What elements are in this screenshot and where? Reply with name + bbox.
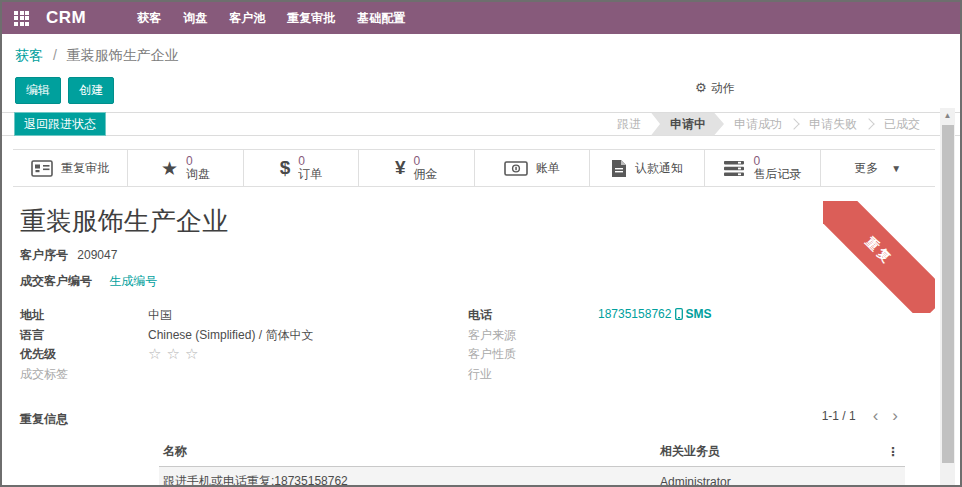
list-icon [723,160,745,177]
nav-menus: 获客 询盘 客户池 重复审批 基础配置 [126,2,416,34]
stat-button-label: 账单 [536,160,560,177]
field-column-right: 电话 18735158762 SMS 客户来源 [468,307,916,385]
stat-button-payment-notice[interactable]: 认款通知 [590,150,705,186]
field-group: 地址 中国 语言 Chinese (Simplified) / 简体中文 优先级… [20,307,935,385]
stage-applying[interactable]: 申请中 [651,113,724,136]
address-value: 中国 [148,307,172,324]
duplicate-info-section: 重复信息 1-1 / 1 ‹ › 名称 相关业务员 ⋮ [20,411,935,487]
stat-button-label: 订单 [298,168,322,181]
priority-stars[interactable]: ☆☆☆ [148,346,203,362]
field-deal-tags: 成交标签 [20,366,468,386]
stat-button-label: 更多 [854,160,878,177]
field-phone: 电话 18735158762 SMS [468,307,916,327]
duplicate-info-label: 重复信息 [20,412,68,426]
dollar-icon: $ [280,157,291,179]
stat-button-label: 认款通知 [635,160,683,177]
action-menu-button[interactable]: ⚙动作 [695,80,735,97]
pager: 1-1 / 1 ‹ › [822,409,905,423]
generate-number-link[interactable]: 生成编号 [109,274,157,288]
phone-link[interactable]: 18735158762 [598,307,671,321]
language-value: Chinese (Simplified) / 简体中文 [148,327,313,344]
stage-apply-success[interactable]: 申请成功 [724,113,792,136]
column-header-name[interactable]: 名称 [159,438,656,467]
sms-button[interactable]: SMS [675,307,711,321]
deal-customer-no-row: 成交客户编号 生成编号 [20,273,935,290]
field-priority: 优先级 ☆☆☆ [20,346,468,366]
cell-name[interactable]: 跟进手机或电话重复:18735158762 [159,467,656,487]
document-icon [611,159,627,178]
statusbar: 退回跟进状态 跟进 申请中 申请成功 申请失败 已成交 [2,112,960,136]
sheet-body: 重装服饰生产企业 客户序号 209047 成交客户编号 生成编号 地址 中国 语… [13,187,935,487]
stage-apply-failed[interactable]: 申请失败 [799,113,867,136]
field-industry: 行业 [468,366,916,386]
nav-item-customer-pool[interactable]: 客户池 [218,2,276,34]
stat-button-label: 重复审批 [61,160,109,177]
stage-closed[interactable]: 已成交 [874,113,930,136]
stat-button-label: 售后记录 [753,168,801,181]
apps-grid-icon[interactable] [14,11,29,26]
control-panel: 获客 / 重装服饰生产企业 编辑 创建 ⚙动作 [2,34,960,102]
edit-button[interactable]: 编辑 [15,77,61,104]
field-language: 语言 Chinese (Simplified) / 简体中文 [20,327,468,347]
app-title[interactable]: CRM [46,8,86,28]
stat-button-bills[interactable]: 账单 [475,150,590,186]
back-to-followup-button[interactable]: 退回跟进状态 [14,112,106,136]
column-header-salesperson[interactable]: 相关业务员 [656,438,883,467]
customer-serial-label: 客户序号 [20,248,68,262]
field-customer-nature: 客户性质 [468,346,916,366]
pager-range: 1-1 / 1 [822,409,856,423]
scrollbar-up-arrow-icon[interactable]: ▲ [940,108,955,123]
create-button[interactable]: 创建 [68,77,114,104]
nav-item-base-config[interactable]: 基础配置 [346,2,416,34]
scrollbar-thumb[interactable] [942,125,954,463]
stage-followup[interactable]: 跟进 [607,113,651,136]
pager-next-icon[interactable]: › [885,409,905,423]
breadcrumb-parent-link[interactable]: 获客 [15,47,43,63]
field-column-left: 地址 中国 语言 Chinese (Simplified) / 简体中文 优先级… [20,307,468,385]
gear-icon: ⚙ [695,80,707,95]
crm-window: CRM 获客 询盘 客户池 重复审批 基础配置 获客 / 重装服饰生产企业 编辑… [0,0,962,487]
star-icon: ★ [161,157,178,180]
duplicate-table: 名称 相关业务员 ⋮ 跟进手机或电话重复:18735158762 Adminis… [159,438,905,487]
nav-item-inquiries[interactable]: 询盘 [172,2,218,34]
form-sheet: 重复审批 ★ 0 询盘 $ 0 订单 ¥ 0 佣金 [13,149,935,487]
record-title: 重装服饰生产企业 [20,205,935,237]
field-customer-source: 客户来源 [468,327,916,347]
table-header-row: 名称 相关业务员 ⋮ [159,438,905,467]
deal-customer-no-label: 成交客户编号 [20,274,92,288]
breadcrumb-separator: / [53,47,57,63]
stat-button-aftersales[interactable]: 0 售后记录 [705,150,820,186]
mobile-phone-icon [675,308,683,320]
stat-button-commission[interactable]: ¥ 0 佣金 [359,150,474,186]
breadcrumb: 获客 / 重装服饰生产企业 [15,47,946,65]
pager-prev-icon[interactable]: ‹ [866,409,886,423]
stage-pipeline: 跟进 申请中 申请成功 申请失败 已成交 [607,113,960,136]
customer-serial-row: 客户序号 209047 [20,247,935,264]
customer-serial-value: 209047 [77,248,117,262]
nav-item-leads[interactable]: 获客 [126,2,172,34]
stat-button-more[interactable]: 更多 ▼ [821,150,935,186]
nav-item-duplicate-approval[interactable]: 重复审批 [276,2,346,34]
stat-button-orders[interactable]: $ 0 订单 [244,150,359,186]
stat-button-inquiries[interactable]: ★ 0 询盘 [128,150,243,186]
banknote-icon [504,161,528,176]
cell-salesperson[interactable]: Administrator [656,467,883,487]
stat-button-label: 询盘 [186,168,210,181]
caret-down-icon: ▼ [891,163,901,174]
table-row[interactable]: 跟进手机或电话重复:18735158762 Administrator [159,467,905,487]
stat-button-row: 重复审批 ★ 0 询盘 $ 0 订单 ¥ 0 佣金 [13,149,935,187]
vertical-scrollbar[interactable]: ▲ [940,108,955,485]
stat-button-label: 佣金 [414,168,438,181]
yen-icon: ¥ [395,157,406,179]
field-address: 地址 中国 [20,307,468,327]
optional-columns-icon[interactable]: ⋮ [883,438,905,467]
control-panel-actions: 编辑 创建 ⚙动作 [15,77,946,102]
id-card-icon [31,160,53,177]
breadcrumb-current: 重装服饰生产企业 [67,47,179,63]
stat-button-duplicate-approval[interactable]: 重复审批 [13,150,128,186]
top-navbar: CRM 获客 询盘 客户池 重复审批 基础配置 [2,2,960,34]
